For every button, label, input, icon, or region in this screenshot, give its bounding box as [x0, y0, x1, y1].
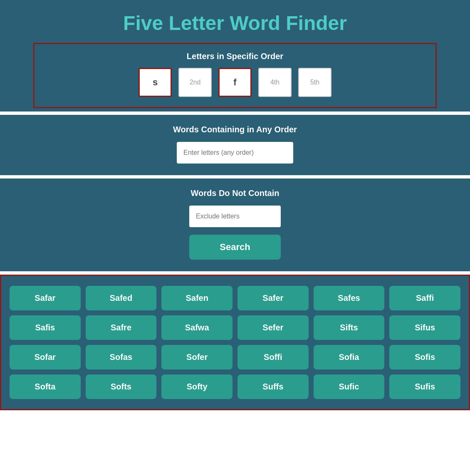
page-title: Five Letter Word Finder [8, 12, 462, 35]
word-chip[interactable]: Sofar [10, 345, 81, 369]
letter-box-5[interactable] [298, 68, 331, 97]
word-chip[interactable]: Safes [314, 286, 385, 310]
word-chip[interactable]: Saffi [389, 286, 460, 310]
letter-box-1[interactable] [139, 68, 172, 97]
word-chip[interactable]: Safer [237, 286, 309, 310]
header-section: Five Letter Word Finder [0, 0, 470, 43]
exclude-input[interactable] [189, 206, 281, 227]
word-chip[interactable]: Sifts [314, 315, 385, 340]
divider-2 [0, 175, 470, 178]
exclude-label: Words Do Not Contain [8, 188, 462, 198]
word-chip[interactable]: Suffs [237, 374, 309, 399]
word-chip[interactable]: Softs [86, 374, 157, 399]
word-chip[interactable]: Softa [10, 374, 81, 399]
divider-3 [0, 271, 470, 275]
exclude-section: Words Do Not Contain Search [0, 178, 470, 271]
word-chip[interactable]: Safwa [161, 315, 233, 340]
letter-box-2[interactable] [178, 68, 212, 97]
any-order-section: Words Containing in Any Order [0, 115, 470, 175]
word-chip[interactable]: Sofis [389, 345, 460, 369]
results-section: SafarSafedSafenSaferSafesSaffiSafisSafre… [0, 275, 470, 410]
search-button[interactable]: Search [189, 235, 281, 260]
word-chip[interactable]: Sofas [86, 345, 157, 369]
any-order-input[interactable] [177, 142, 293, 164]
word-chip[interactable]: Sofia [314, 345, 385, 369]
letter-box-4[interactable] [258, 68, 292, 97]
word-chip[interactable]: Safis [10, 315, 81, 340]
letter-box-3[interactable] [218, 68, 252, 97]
word-chip[interactable]: Safre [86, 315, 157, 340]
word-chip[interactable]: Softy [161, 374, 233, 399]
letter-boxes-container [43, 68, 427, 97]
divider-1 [0, 112, 470, 115]
word-chip[interactable]: Safed [86, 286, 157, 310]
word-chip[interactable]: Safar [10, 286, 81, 310]
word-chip[interactable]: Sufis [389, 374, 460, 399]
specific-order-label: Letters in Specific Order [43, 52, 427, 61]
word-chip[interactable]: Sefer [237, 315, 309, 340]
word-chip[interactable]: Safen [161, 286, 233, 310]
word-chip[interactable]: Soffi [237, 345, 309, 369]
any-order-label: Words Containing in Any Order [8, 125, 462, 134]
word-chip[interactable]: Sofer [161, 345, 233, 369]
specific-order-section: Letters in Specific Order [33, 43, 437, 108]
results-grid: SafarSafedSafenSaferSafesSaffiSafisSafre… [10, 286, 460, 399]
word-chip[interactable]: Sifus [389, 315, 460, 340]
word-chip[interactable]: Sufic [314, 374, 385, 399]
